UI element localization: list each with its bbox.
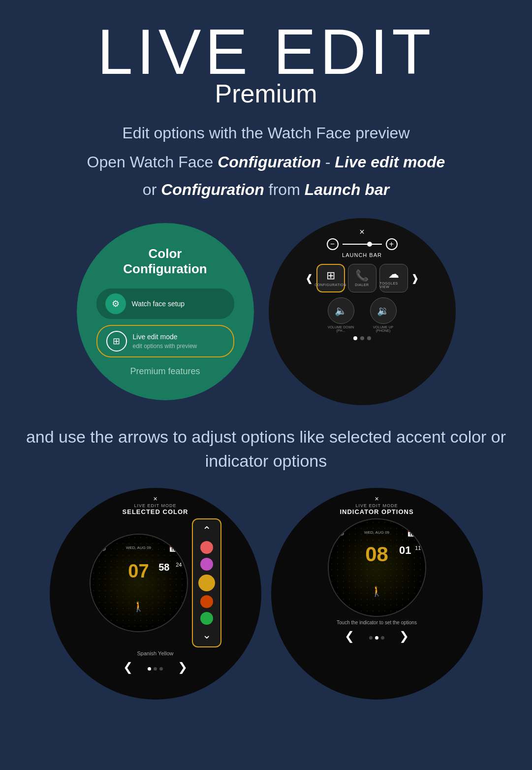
dot-3	[367, 336, 371, 340]
dialer-icon-btn[interactable]: 📞 DIALER	[348, 264, 376, 292]
left-circle-config: Color Configuration ⚙ Watch face setup ⊞…	[77, 223, 254, 400]
watch-face-setup-icon: ⚙	[105, 293, 126, 314]
wc-right-mode: LIVE EDIT MODE	[356, 503, 398, 508]
wf-walk-icon: 🚶	[132, 601, 145, 612]
right-circle-launch-bar: × − + LAUNCH BAR ❰ ⊞ CONFIGURATION 📞 DIA…	[269, 218, 456, 405]
circles-row: Color Configuration ⚙ Watch face setup ⊞…	[10, 218, 522, 405]
wc-left-dot-2	[154, 667, 157, 671]
bottom-description: and use the arrows to adjust options lik…	[20, 425, 512, 474]
wf-accent-num-left: 07	[128, 562, 149, 580]
wc-left-bottom-row: ❮ ❯	[123, 660, 188, 674]
dot-2	[360, 336, 364, 340]
volume-row: 🔈 VOLUME DOWN (PH... 🔉 VOLUME UP (PHONE)	[324, 297, 401, 332]
watch-face-display-right: ⚙ 📅 WED, AUG 09 08 01 11 66 🚶 12	[328, 518, 426, 617]
wc-right-dot-2	[375, 636, 378, 640]
wf-date-left: WED, AUG 09	[126, 545, 151, 550]
wc-left-dots	[148, 667, 163, 671]
wf-date-right: WED, AUG 09	[364, 530, 389, 535]
premium-label: Premium features	[130, 366, 200, 377]
wf-settings-icon: ⚙	[100, 545, 107, 552]
brightness-plus-btn[interactable]: +	[386, 238, 398, 250]
wc-right-dots	[369, 636, 384, 640]
watch-circle-left: × LIVE EDIT MODE SELECTED COLOR ⚙ 📅 WED,…	[50, 488, 261, 700]
color-dot-yellow-active[interactable]	[198, 575, 215, 591]
config-icon-btn[interactable]: ⊞ CONFIGURATION	[316, 264, 345, 292]
cp-up-arrow[interactable]: ⌃	[202, 524, 211, 537]
description-3: or Configuration from Launch bar	[143, 178, 389, 201]
color-dot-purple[interactable]	[200, 558, 213, 571]
brightness-line	[343, 244, 382, 245]
desc3-part1: or	[143, 181, 161, 198]
wf-time-right: 01	[399, 544, 411, 557]
watch-face-display-left: ⚙ 📅 WED, AUG 09 07 58 24 66 🚶 12	[90, 534, 188, 632]
description-2: Open Watch Face Configuration - Live edi…	[87, 150, 445, 174]
desc2-bold1: Configuration	[218, 153, 321, 171]
wc-right-next-arrow[interactable]: ❯	[399, 629, 409, 643]
wc-left-inner: ⚙ 📅 WED, AUG 09 07 58 24 66 🚶 12 ⌃	[90, 518, 221, 647]
dot-1	[353, 336, 357, 340]
volume-up-btn[interactable]: 🔉 VOLUME UP (PHONE)	[366, 297, 401, 332]
brightness-minus-btn[interactable]: −	[327, 238, 339, 250]
wc-right-dot-3	[381, 636, 384, 640]
close-icon[interactable]: ×	[359, 227, 365, 237]
desc3-bold1: Configuration	[161, 181, 264, 198]
wc-right-prev-arrow[interactable]: ❮	[344, 629, 354, 643]
watch-face-setup-label: Watch face setup	[132, 299, 185, 308]
icon-row-main: ❰ ⊞ CONFIGURATION 📞 DIALER ☁ TOGGLES VIE…	[305, 264, 419, 292]
color-dot-orange[interactable]	[200, 595, 213, 608]
wc-right-title: INDICATOR OPTIONS	[340, 508, 413, 515]
desc3-part2: from	[264, 181, 305, 198]
menu-item-live-edit[interactable]: ⊞ Live edit mode edit options with previ…	[96, 325, 234, 357]
wc-right-bottom-row: ❮ ❯	[344, 629, 409, 643]
cp-down-arrow[interactable]: ⌄	[202, 629, 211, 642]
phone-icon: 📞	[355, 269, 369, 282]
wf-calendar-icon: 📅	[169, 545, 177, 552]
menu-item-watch-face-setup[interactable]: ⚙ Watch face setup	[96, 289, 234, 319]
wf-small-num-right: 11	[415, 545, 421, 551]
wf-time-left: 58	[158, 562, 169, 573]
wc-left-prev-arrow[interactable]: ❮	[123, 660, 133, 674]
color-picker-panel: ⌃ ⌄	[192, 518, 221, 647]
description-1: Edit options with the Watch Face preview	[123, 122, 410, 144]
wc-right-dot-1	[369, 636, 373, 640]
dots-row	[353, 336, 371, 340]
left-circle-title: Color Configuration	[123, 246, 207, 277]
wc-left-dot-3	[159, 667, 163, 671]
toggles-icon: ☁	[388, 268, 399, 281]
volume-down-btn[interactable]: 🔈 VOLUME DOWN (PH...	[324, 297, 358, 332]
config-icon: ⊞	[326, 269, 335, 282]
wf-accent-num-right: 08	[365, 544, 388, 565]
wf-bottom-right-num-right: 12	[411, 601, 416, 606]
wf-bottom-left-num: 66	[99, 616, 104, 621]
wc-left-close[interactable]: ×	[153, 495, 157, 503]
desc2-part1: Open Watch Face	[87, 153, 218, 171]
wf-calendar-icon-right: 📅	[407, 529, 415, 537]
brightness-row: − +	[327, 238, 398, 250]
watch-circle-right: × LIVE EDIT MODE INDICATOR OPTIONS ⚙ 📅 W…	[271, 488, 483, 700]
wf-settings-icon-right: ⚙	[339, 529, 345, 537]
page-wrapper: LIVE EDIT Premium Edit options with the …	[0, 0, 532, 770]
wf-walk-icon-right: 🚶	[371, 585, 383, 597]
wc-left-mode: LIVE EDIT MODE	[134, 503, 177, 508]
volume-down-icon: 🔈	[328, 297, 354, 324]
right-nav-arrow[interactable]: ❱	[411, 272, 419, 284]
live-edit-icon: ⊞	[106, 331, 127, 352]
main-title: LIVE EDIT	[97, 20, 435, 84]
wc-left-next-arrow[interactable]: ❯	[178, 660, 188, 674]
wf-bottom-right-num: 12	[173, 616, 178, 621]
wc-right-sub-label: Touch the indicator to set the options	[337, 620, 417, 625]
wc-right-close[interactable]: ×	[375, 495, 378, 503]
color-dot-red[interactable]	[200, 541, 213, 554]
toggles-icon-btn[interactable]: ☁ TOGGLES VIEW	[379, 264, 408, 292]
watch-faces-row: × LIVE EDIT MODE SELECTED COLOR ⚙ 📅 WED,…	[10, 488, 522, 700]
wc-right-inner: ⚙ 📅 WED, AUG 09 08 01 11 66 🚶 12	[328, 518, 426, 617]
title-section: LIVE EDIT Premium	[97, 20, 435, 108]
desc3-bold2: Launch bar	[305, 181, 389, 198]
desc2-part2: -	[321, 153, 335, 171]
left-nav-arrow[interactable]: ❰	[305, 272, 313, 284]
live-edit-label: Live edit mode edit options with preview	[133, 332, 197, 351]
color-dot-green[interactable]	[200, 612, 213, 625]
wf-small-num-left: 24	[176, 562, 182, 568]
launch-bar-label: LAUNCH BAR	[342, 252, 382, 258]
brightness-indicator	[367, 242, 372, 247]
